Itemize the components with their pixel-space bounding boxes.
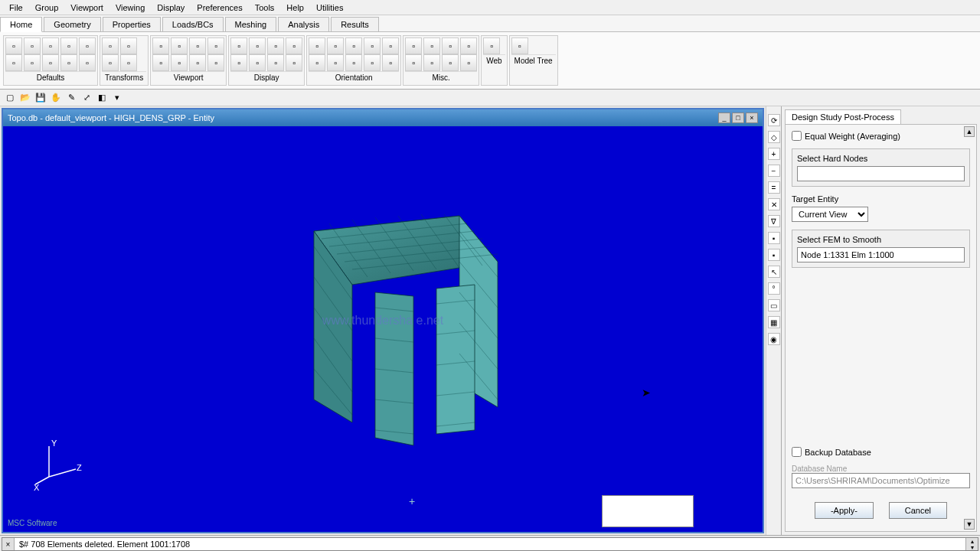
- ribbon-icon[interactable]: ▫: [230, 37, 247, 54]
- ribbon-icon[interactable]: ▫: [230, 54, 247, 71]
- tool-pointer-icon[interactable]: ↖: [768, 266, 780, 278]
- menu-group[interactable]: Group: [29, 2, 65, 14]
- ribbon-icon[interactable]: ▫: [189, 37, 206, 54]
- tool-select-icon[interactable]: ◇: [768, 131, 780, 143]
- panel-scroll-up-icon[interactable]: ▲: [964, 126, 975, 137]
- tab-home[interactable]: Home: [0, 17, 42, 32]
- ribbon-icon[interactable]: ▫: [423, 54, 440, 71]
- minimize-button[interactable]: _: [718, 112, 730, 123]
- ribbon-icon[interactable]: ▫: [267, 37, 284, 54]
- hand-icon[interactable]: ✋: [49, 91, 63, 105]
- backup-checkbox[interactable]: Backup Database: [792, 447, 970, 457]
- menu-file[interactable]: File: [3, 2, 29, 14]
- maximize-button[interactable]: □: [732, 112, 744, 123]
- panel-scroll-down-icon[interactable]: ▼: [964, 519, 975, 530]
- ribbon-icon[interactable]: ▫: [152, 54, 169, 71]
- menu-display[interactable]: Display: [151, 2, 191, 14]
- fem-input[interactable]: [797, 247, 965, 262]
- tool-grid-icon[interactable]: ▦: [768, 316, 780, 328]
- ribbon-icon[interactable]: ▫: [286, 54, 302, 71]
- new-icon[interactable]: ▢: [3, 91, 17, 105]
- ribbon-icon[interactable]: ▫: [382, 37, 399, 54]
- menu-help[interactable]: Help: [280, 2, 310, 14]
- ribbon-icon[interactable]: ▫: [120, 37, 137, 54]
- ribbon-icon[interactable]: ▫: [364, 37, 381, 54]
- save-icon[interactable]: 💾: [34, 91, 47, 105]
- ribbon-icon[interactable]: ▫: [102, 54, 119, 71]
- view-icon[interactable]: ◧: [95, 91, 109, 105]
- ribbon-icon[interactable]: ▫: [171, 37, 188, 54]
- dropdown-icon[interactable]: ▾: [110, 91, 124, 105]
- ribbon-icon[interactable]: ▫: [364, 54, 381, 71]
- ribbon-icon[interactable]: ▫: [5, 54, 22, 71]
- panel-tab[interactable]: Design Study Post-Process: [785, 109, 901, 124]
- open-icon[interactable]: 📂: [18, 91, 32, 105]
- tool-plus-icon[interactable]: +: [768, 148, 780, 160]
- apply-button[interactable]: -Apply-: [815, 502, 874, 519]
- ribbon-icon[interactable]: ▫: [511, 37, 528, 54]
- tool-dot-icon[interactable]: °: [768, 282, 780, 295]
- ribbon-icon[interactable]: ▫: [24, 37, 41, 54]
- ribbon-icon[interactable]: ▫: [442, 37, 459, 54]
- tool-close-icon[interactable]: ✕: [768, 198, 780, 210]
- ribbon-icon[interactable]: ▫: [423, 37, 440, 54]
- target-entity-select[interactable]: Current View: [792, 207, 868, 222]
- tool-rect-icon[interactable]: ▭: [768, 299, 780, 311]
- tab-results[interactable]: Results: [331, 17, 379, 31]
- ribbon-icon[interactable]: ▫: [60, 54, 77, 71]
- tool-box1-icon[interactable]: ▪: [768, 232, 780, 244]
- ribbon-icon[interactable]: ▫: [189, 54, 206, 71]
- ribbon-icon[interactable]: ▫: [309, 37, 325, 54]
- ribbon-icon[interactable]: ▫: [327, 54, 344, 71]
- ribbon-icon[interactable]: ▫: [42, 37, 59, 54]
- tool-minus-icon[interactable]: −: [768, 165, 780, 177]
- ribbon-icon[interactable]: ▫: [60, 37, 77, 54]
- ribbon-icon[interactable]: ▫: [249, 37, 266, 54]
- tab-loads-bcs[interactable]: Loads/BCs: [162, 17, 224, 31]
- tool-box2-icon[interactable]: ▪: [768, 249, 780, 261]
- cancel-button[interactable]: Cancel: [889, 502, 947, 519]
- ribbon-icon[interactable]: ▫: [249, 54, 266, 71]
- ribbon-icon[interactable]: ▫: [309, 54, 325, 71]
- ribbon-icon[interactable]: ▫: [24, 54, 41, 71]
- ribbon-icon[interactable]: ▫: [405, 37, 422, 54]
- ribbon-icon[interactable]: ▫: [405, 54, 422, 71]
- ribbon-icon[interactable]: ▫: [327, 37, 344, 54]
- ribbon-icon[interactable]: ▫: [382, 54, 399, 71]
- ribbon-icon[interactable]: ▫: [5, 37, 22, 54]
- equal-weight-checkbox[interactable]: Equal Weight (Averaging): [792, 131, 970, 141]
- hard-nodes-input[interactable]: [797, 166, 965, 181]
- ribbon-icon[interactable]: ▫: [442, 54, 459, 71]
- ribbon-icon[interactable]: ▫: [152, 37, 169, 54]
- ribbon-icon[interactable]: ▫: [460, 54, 477, 71]
- menu-tools[interactable]: Tools: [249, 2, 281, 14]
- ribbon-icon[interactable]: ▫: [79, 54, 96, 71]
- brush-icon[interactable]: ✎: [64, 91, 78, 105]
- tool-filter-icon[interactable]: ∇: [768, 215, 780, 227]
- menu-viewport[interactable]: Viewport: [64, 2, 109, 14]
- tab-geometry[interactable]: Geometry: [44, 17, 100, 31]
- tab-meshing[interactable]: Meshing: [225, 17, 277, 31]
- ribbon-icon[interactable]: ▫: [267, 54, 284, 71]
- menu-preferences[interactable]: Preferences: [191, 2, 248, 14]
- ribbon-icon[interactable]: ▫: [120, 54, 137, 71]
- ribbon-icon[interactable]: ▫: [207, 54, 224, 71]
- ribbon-icon[interactable]: ▫: [286, 37, 302, 54]
- viewport-canvas[interactable]: www.thundersha e.net Y Z X MSC Software …: [3, 126, 763, 532]
- ribbon-icon[interactable]: ▫: [345, 54, 362, 71]
- ribbon-icon[interactable]: ▫: [483, 37, 500, 54]
- tab-analysis[interactable]: Analysis: [278, 17, 329, 31]
- ribbon-icon[interactable]: ▫: [460, 37, 477, 54]
- ribbon-icon[interactable]: ▫: [102, 37, 119, 54]
- tool-equal-icon[interactable]: =: [768, 181, 780, 194]
- menu-utilities[interactable]: Utilities: [310, 2, 349, 14]
- close-button[interactable]: ×: [746, 112, 758, 123]
- tool-refresh-icon[interactable]: ⟳: [768, 114, 780, 126]
- menu-viewing[interactable]: Viewing: [109, 2, 151, 14]
- ribbon-icon[interactable]: ▫: [207, 37, 224, 54]
- ribbon-icon[interactable]: ▫: [345, 37, 362, 54]
- ribbon-icon[interactable]: ▫: [79, 37, 96, 54]
- tab-properties[interactable]: Properties: [103, 17, 161, 31]
- history-scroll[interactable]: ▴▾: [965, 538, 978, 550]
- backup-input[interactable]: [792, 447, 802, 457]
